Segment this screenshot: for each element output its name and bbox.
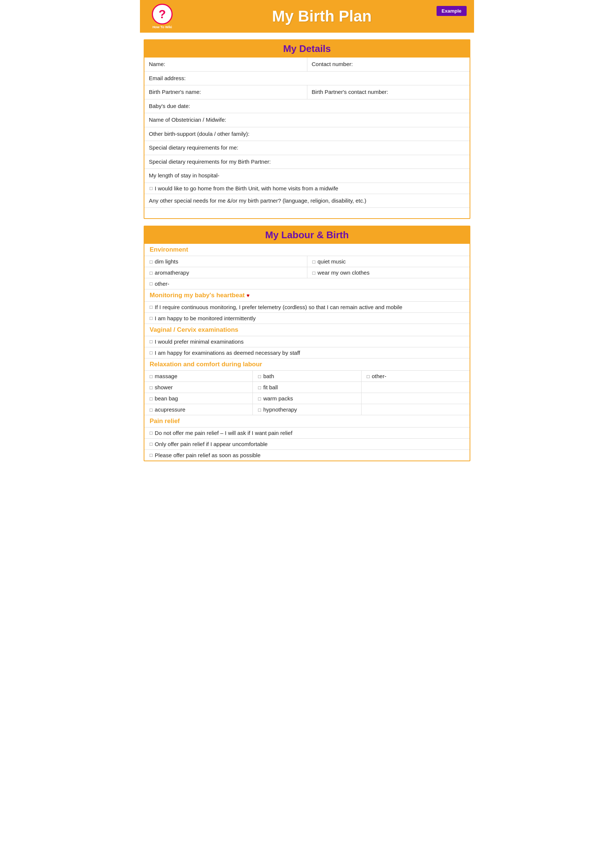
shower-label: shower <box>155 384 173 391</box>
dietary-partner-row: Special dietary requirements for my Birt… <box>144 155 470 169</box>
appear-uncomfortable-label: Only offer pain relief if I appear uncom… <box>155 441 268 447</box>
monitoring-label: Monitoring my baby's heartbeat <box>150 292 245 299</box>
relaxation-subheader: Relaxation and comfort during labour <box>144 358 470 371</box>
environment-subheader: Environment <box>144 244 470 256</box>
logo-circle: ? <box>152 4 173 25</box>
monitoring-row2: □ I am happy to be monitored intermitten… <box>144 313 470 324</box>
email-row: Email address: <box>144 71 470 86</box>
birth-partner-contact-label: Birth Partner's contact number: <box>307 85 470 99</box>
heart-icon: ♥ <box>247 293 250 298</box>
checkbox-asap-pain-icon: □ <box>150 453 153 458</box>
relax-empty-col3 <box>361 404 470 415</box>
acupressure-col: □ acupressure <box>144 404 253 415</box>
telemetry-label: If I require continuous monitoring, I pr… <box>155 304 402 310</box>
relax-other-label: other- <box>372 373 386 379</box>
relaxation-row1: □ massage □ bath □ other- <box>144 371 470 382</box>
pain-relief-row1: □ Do not offer me pain relief – I will a… <box>144 428 470 439</box>
relaxation-row4: □ acupressure □ hypnotherapy <box>144 404 470 415</box>
labour-birth-header: My Labour & Birth <box>144 226 470 244</box>
aromatherapy-col: □ aromatherapy <box>144 267 307 278</box>
bath-col: □ bath <box>253 371 361 381</box>
go-home-checkbox-row: □ I would like to go home from the Birth… <box>144 183 470 194</box>
other-support-label: Other birth-support (doula / other famil… <box>144 127 470 141</box>
pain-relief-row2: □ Only offer pain relief if I appear unc… <box>144 439 470 450</box>
fit-ball-col: □ fit ball <box>253 382 361 393</box>
birth-partner-row: Birth Partner's name: Birth Partner's co… <box>144 85 470 99</box>
hypnotherapy-col: □ hypnotherapy <box>253 404 361 415</box>
checkbox-go-home-icon: □ <box>150 186 153 191</box>
relax-empty-col2 <box>361 393 470 404</box>
intermittent-label: I am happy to be monitored intermittentl… <box>155 315 256 321</box>
my-details-title: My Details <box>148 43 466 54</box>
checkbox-intermittent-icon: □ <box>150 315 153 321</box>
quiet-music-col: □ quiet music <box>307 256 470 267</box>
empty-row-details <box>144 208 470 218</box>
monitoring-subheader: Monitoring my baby's heartbeat ♥ <box>144 290 470 302</box>
checkbox-staff-exam-icon: □ <box>150 350 153 355</box>
checkbox-quiet-music-icon: □ <box>313 259 316 265</box>
checkbox-relax-other-icon: □ <box>367 374 370 379</box>
checkbox-no-offer-pain-icon: □ <box>150 430 153 436</box>
relax-other-col: □ other- <box>361 371 470 381</box>
massage-label: massage <box>155 373 177 379</box>
name-contact-row: Name: Contact number: <box>144 57 470 71</box>
environment-row1: □ dim lights □ quiet music <box>144 256 470 267</box>
own-clothes-col: □ wear my own clothes <box>307 267 470 278</box>
asap-pain-label: Please offer pain relief as soon as poss… <box>155 452 260 458</box>
checkbox-dim-lights-icon: □ <box>150 259 153 265</box>
email-label: Email address: <box>144 71 470 85</box>
relax-empty-col1 <box>361 382 470 393</box>
checkbox-own-clothes-icon: □ <box>313 270 316 276</box>
own-clothes-label: wear my own clothes <box>317 270 369 276</box>
checkbox-env-other-icon: □ <box>150 281 153 287</box>
massage-col: □ massage <box>144 371 253 381</box>
checkbox-massage-icon: □ <box>150 374 153 379</box>
obstetrician-row: Name of Obstetrician / Midwife: <box>144 113 470 127</box>
acupressure-label: acupressure <box>155 406 186 413</box>
my-details-header: My Details <box>144 40 470 57</box>
monitoring-row1: □ If I require continuous monitoring, I … <box>144 302 470 313</box>
vaginal-row1: □ I would prefer minimal examinations <box>144 336 470 347</box>
environment-row2: □ aromatherapy □ wear my own clothes <box>144 267 470 278</box>
quiet-music-label: quiet music <box>317 258 346 265</box>
special-needs-label: Any other special needs for me &/or my b… <box>144 194 470 208</box>
labour-birth-title: My Labour & Birth <box>148 229 466 241</box>
special-needs-row: Any other special needs for me &/or my b… <box>144 194 470 208</box>
vaginal-subheader: Vaginal / Cervix examinations <box>144 324 470 336</box>
my-details-section: My Details Name: Contact number: Email a… <box>144 39 470 219</box>
pain-relief-subheader: Pain relief <box>144 415 470 428</box>
checkbox-minimal-exam-icon: □ <box>150 339 153 344</box>
pain-relief-row3: □ Please offer pain relief as soon as po… <box>144 450 470 460</box>
shower-col: □ shower <box>144 382 253 393</box>
no-offer-pain-label: Do not offer me pain relief – I will ask… <box>155 430 293 436</box>
staff-exam-label: I am happy for examinations as deemed ne… <box>155 350 300 356</box>
due-date-row: Baby's due date: <box>144 99 470 113</box>
checkbox-telemetry-icon: □ <box>150 304 153 310</box>
warm-packs-label: warm packs <box>263 395 293 401</box>
other-support-row: Other birth-support (doula / other famil… <box>144 127 470 141</box>
bath-label: bath <box>263 373 274 379</box>
checkbox-warm-packs-icon: □ <box>258 396 261 401</box>
fit-ball-label: fit ball <box>263 384 278 391</box>
checkbox-appear-uncomfortable-icon: □ <box>150 441 153 447</box>
logo-label: How To Wiki <box>153 25 172 29</box>
bean-bag-col: □ bean bag <box>144 393 253 404</box>
birth-partner-name-label: Birth Partner's name: <box>144 85 307 99</box>
header-title-area: My Birth Plan <box>177 8 467 25</box>
due-date-label: Baby's due date: <box>144 99 470 113</box>
hypnotherapy-label: hypnotherapy <box>263 406 297 413</box>
minimal-exam-label: I would prefer minimal examinations <box>155 338 243 345</box>
relaxation-row3: □ bean bag □ warm packs <box>144 393 470 404</box>
logo-question-mark: ? <box>158 8 166 21</box>
dietary-me-label: Special dietary requirements for me: <box>144 141 470 155</box>
vaginal-row2: □ I am happy for examinations as deemed … <box>144 347 470 358</box>
dim-lights-col: □ dim lights <box>144 256 307 267</box>
dietary-me-row: Special dietary requirements for me: <box>144 141 470 155</box>
contact-number-label: Contact number: <box>307 57 470 71</box>
page-title: My Birth Plan <box>177 8 467 25</box>
name-label: Name: <box>144 57 307 71</box>
checkbox-shower-icon: □ <box>150 385 153 391</box>
go-home-label: I would like to go home from the Birth U… <box>155 185 338 192</box>
checkbox-fit-ball-icon: □ <box>258 385 261 391</box>
length-stay-row: My length of stay in hospital- <box>144 169 470 183</box>
